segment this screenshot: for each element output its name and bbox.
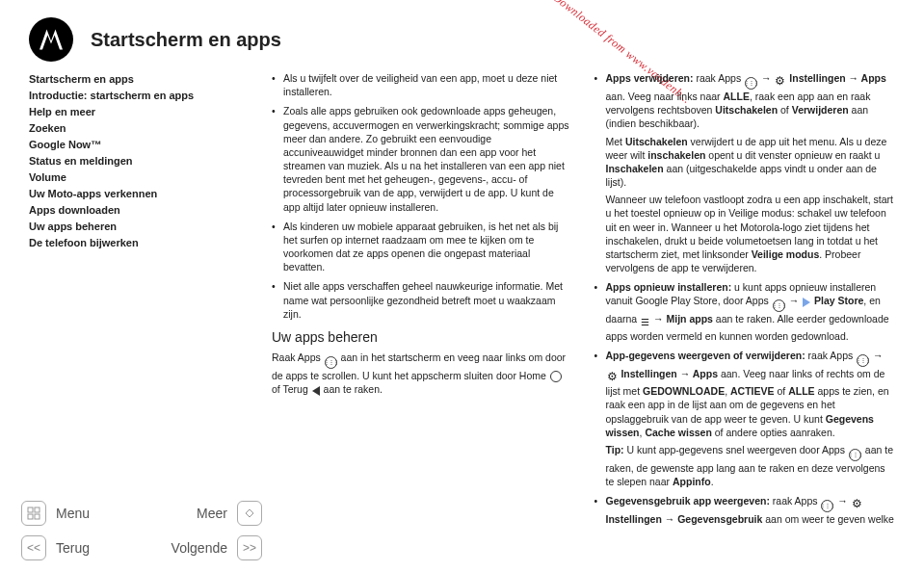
- page-header: Startscherm en apps: [29, 17, 895, 62]
- bullet-item: Apps verwijderen: raak Apps ⋮⋮⋮ Instelli…: [594, 71, 896, 274]
- sidebar-item[interactable]: Google Now™: [29, 137, 251, 153]
- apps-grid-icon: ⋮⋮⋮: [325, 356, 337, 369]
- bullet-item: Als kinderen uw mobiele apparaat gebruik…: [272, 220, 573, 274]
- prev-page-button[interactable]: <<: [21, 535, 46, 560]
- sidebar-item[interactable]: Help en meer: [29, 104, 251, 120]
- page-title: Startscherm en apps: [91, 29, 281, 51]
- sidebar-item[interactable]: Volume: [29, 169, 251, 186]
- hamburger-icon: [641, 315, 649, 329]
- svg-rect-0: [28, 507, 33, 512]
- arrow-icon: [653, 313, 664, 325]
- next-page-button[interactable]: >>: [237, 535, 262, 560]
- back-label[interactable]: Terug: [56, 540, 90, 556]
- more-label[interactable]: Meer: [197, 506, 227, 521]
- arrow-icon: [837, 495, 848, 507]
- svg-rect-3: [35, 514, 40, 519]
- arrow-icon: [873, 350, 884, 361]
- gear-icon: [775, 73, 785, 89]
- home-icon: [550, 371, 562, 382]
- sidebar-item[interactable]: Uw apps beheren: [29, 219, 251, 235]
- more-icon[interactable]: [237, 501, 262, 526]
- svg-rect-1: [35, 507, 40, 512]
- section-heading: Uw apps beheren: [272, 328, 573, 347]
- sidebar-item[interactable]: Status en meldingen: [29, 153, 251, 169]
- menu-label[interactable]: Menu: [56, 506, 90, 521]
- sidebar-item[interactable]: De telefoon bijwerken: [29, 235, 251, 251]
- sidebar-item[interactable]: Zoeken: [29, 120, 251, 137]
- sidebar-item[interactable]: Startscherm en apps: [29, 71, 251, 88]
- apps-grid-icon: ⋮⋮⋮: [773, 299, 785, 312]
- bullet-item: Apps opnieuw installeren: u kunt apps op…: [594, 280, 896, 343]
- arrow-icon: [665, 513, 675, 525]
- svg-rect-2: [28, 514, 33, 519]
- bullet-item: Als u twijfelt over de veiligheid van ee…: [272, 71, 573, 98]
- arrow-icon: [789, 295, 800, 306]
- lead-paragraph: Raak Apps ⋮⋮⋮ aan in het startscherm en …: [272, 351, 573, 396]
- motorola-logo: [29, 17, 73, 62]
- back-icon: [312, 386, 320, 396]
- apps-grid-icon: ⋮⋮⋮: [745, 77, 757, 90]
- gear-icon: [852, 496, 862, 511]
- apps-grid-icon: ⋮⋮⋮: [857, 354, 869, 367]
- sidebar-item[interactable]: Uw Moto-apps verkennen: [29, 186, 251, 202]
- arrow-icon: [761, 72, 772, 84]
- sidebar-item[interactable]: Apps downloaden: [29, 202, 251, 219]
- play-store-icon: [803, 298, 810, 307]
- bullet-item: Zoals alle apps gebruiken ook gedownload…: [272, 104, 573, 213]
- next-label[interactable]: Volgende: [172, 540, 227, 556]
- gear-icon: [607, 369, 618, 384]
- main-content: Als u twijfelt over de veiligheid van ee…: [272, 71, 895, 553]
- page-nav: Menu Meer << Terug Volgende >>: [21, 491, 262, 560]
- menu-icon[interactable]: [21, 501, 46, 526]
- arrow-icon: [680, 368, 691, 379]
- bullet-item: App-gegevens weergeven of verwijderen: r…: [594, 349, 896, 488]
- apps-grid-icon: ⋮⋮⋮: [849, 449, 861, 461]
- sidebar-item[interactable]: Introductie: startscherm en apps: [29, 88, 251, 104]
- apps-grid-icon: ⋮⋮⋮: [821, 500, 833, 512]
- topic-sidebar: Startscherm en apps Introductie: startsc…: [29, 71, 251, 252]
- arrow-icon: [849, 72, 859, 84]
- bullet-item: Niet alle apps verschaffen geheel nauwke…: [272, 279, 573, 321]
